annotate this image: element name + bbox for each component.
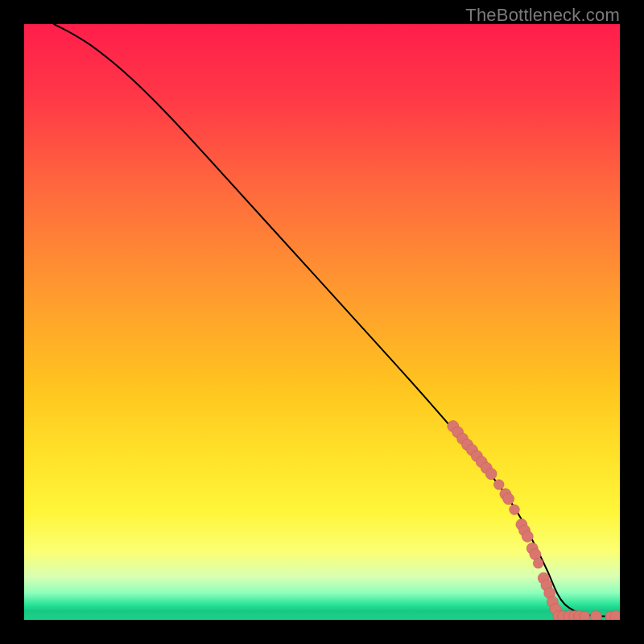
chart-frame: TheBottleneck.com [0,0,644,644]
plot-area [24,24,620,620]
svg-rect-0 [24,24,620,620]
background-gradient [24,24,620,620]
watermark-text: TheBottleneck.com [465,5,620,26]
